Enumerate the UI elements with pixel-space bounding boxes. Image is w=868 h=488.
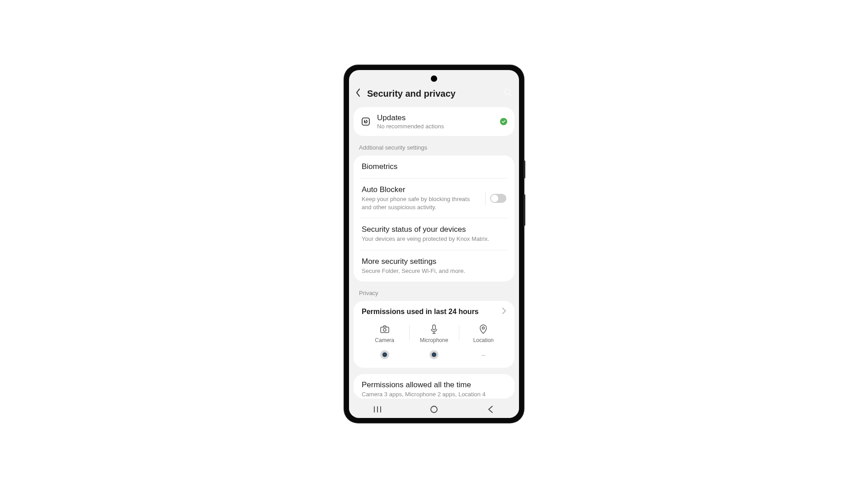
app-indicator: [429, 350, 439, 359]
location-icon: [479, 324, 487, 334]
perm-label-location: Location: [473, 337, 494, 343]
chevron-left-icon: [355, 88, 361, 97]
search-icon: [504, 88, 513, 97]
status-ok-badge: [500, 118, 507, 125]
auto-blocker-toggle[interactable]: [490, 194, 506, 203]
list-item-security-status[interactable]: Security status of your devices Your dev…: [360, 218, 508, 250]
list-item-biometrics[interactable]: Biometrics: [360, 155, 508, 178]
perm-location-value: –: [481, 351, 485, 358]
list-item-auto-blocker[interactable]: Auto Blocker Keep your phone safe by blo…: [360, 178, 508, 218]
nav-back-button[interactable]: [477, 405, 504, 413]
page-content: Security and privacy: [349, 70, 519, 401]
phone-frame: Security and privacy: [344, 66, 524, 422]
perm-label-camera: Camera: [375, 337, 394, 343]
nav-recents-button[interactable]: [364, 406, 391, 413]
camera-icon: [380, 324, 390, 334]
permissions-24h-card: Permissions used in last 24 hours: [354, 301, 514, 368]
updates-subtitle: No recommended actions: [377, 123, 494, 130]
home-icon: [430, 405, 438, 413]
biometrics-title: Biometrics: [362, 162, 506, 171]
perm-label-microphone: Microphone: [420, 337, 448, 343]
perm-col-location[interactable]: Location –: [459, 324, 508, 360]
side-button-2: [524, 194, 525, 226]
updates-icon: [361, 117, 371, 127]
app-indicator: [380, 350, 389, 359]
recents-icon: [373, 406, 382, 413]
divider: [485, 192, 486, 205]
toggle-knob: [491, 195, 498, 202]
chevron-right-icon: [502, 307, 506, 316]
svg-rect-5: [433, 325, 435, 330]
list-item-more-security[interactable]: More security settings Secure Folder, Se…: [360, 250, 508, 282]
camera-cutout: [431, 75, 437, 82]
microphone-icon: [430, 324, 438, 334]
auto-blocker-title: Auto Blocker: [362, 185, 481, 194]
section-label-privacy: Privacy: [349, 282, 519, 301]
perm-apps-microphone: [429, 350, 439, 360]
permissions-allowed-title: Permissions allowed all the time: [362, 380, 506, 389]
perm-col-microphone[interactable]: Microphone: [409, 324, 458, 360]
search-button[interactable]: [504, 88, 513, 99]
more-security-subtitle: Secure Folder, Secure Wi-Fi, and more.: [362, 267, 506, 275]
permissions-24h-title: Permissions used in last 24 hours: [362, 308, 502, 316]
updates-title: Updates: [377, 113, 494, 122]
svg-point-0: [505, 89, 510, 94]
phone-screen: Security and privacy: [349, 70, 519, 418]
auto-blocker-subtitle: Keep your phone safe by blocking threats…: [362, 195, 481, 211]
nav-home-button[interactable]: [420, 405, 448, 413]
more-security-title: More security settings: [362, 257, 506, 266]
system-nav-bar: [349, 401, 519, 418]
svg-rect-3: [381, 327, 389, 333]
permissions-grid: Camera: [360, 322, 508, 360]
back-icon: [487, 405, 494, 413]
updates-card[interactable]: Updates No recommended actions: [354, 107, 514, 136]
section-label-additional: Addtional security settings: [349, 136, 519, 155]
svg-point-8: [482, 327, 485, 329]
perm-col-camera[interactable]: Camera: [360, 324, 409, 360]
page-title: Security and privacy: [367, 89, 497, 99]
svg-point-12: [431, 406, 437, 413]
permissions-24h-header[interactable]: Permissions used in last 24 hours: [360, 307, 508, 322]
security-status-title: Security status of your devices: [362, 225, 506, 234]
permissions-allowed-card[interactable]: Permissions allowed all the time Camera …: [354, 374, 514, 399]
perm-apps-camera: [380, 350, 389, 360]
back-button[interactable]: [355, 88, 361, 99]
svg-point-4: [383, 328, 386, 331]
auto-blocker-body: Auto Blocker Keep your phone safe by blo…: [362, 185, 481, 211]
page-header: Security and privacy: [349, 85, 519, 105]
perm-apps-location: –: [481, 350, 485, 360]
check-icon: [501, 119, 506, 124]
svg-line-1: [509, 94, 512, 96]
additional-security-card: Biometrics Auto Blocker Keep your phone …: [354, 155, 514, 282]
permissions-allowed-subtitle: Camera 3 apps, Microphone 2 apps, Locati…: [362, 390, 506, 399]
updates-text: Updates No recommended actions: [377, 113, 494, 130]
security-status-subtitle: Your devices are veing protected by Knox…: [362, 235, 506, 243]
side-button-1: [524, 160, 525, 178]
